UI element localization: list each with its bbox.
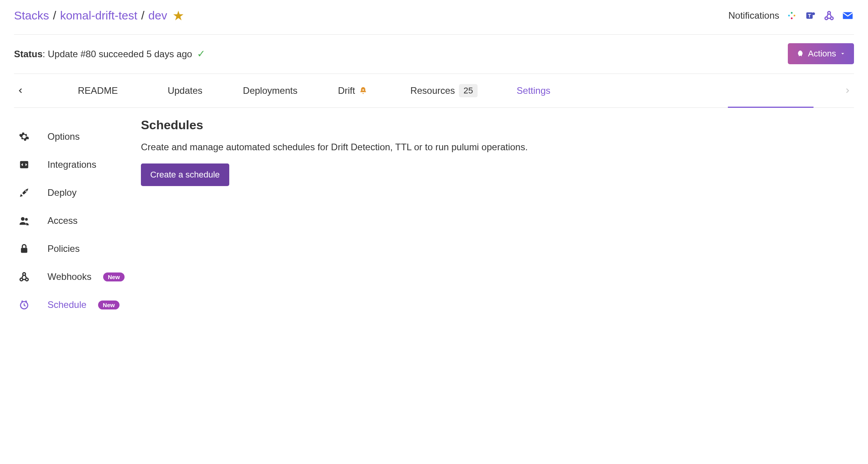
sidebar-item-deploy[interactable]: Deploy [14, 179, 141, 207]
tab-updates[interactable]: Updates [168, 75, 202, 106]
tabs-wrap: README Updates Deployments Drift Resourc… [27, 74, 841, 107]
header-row: Stacks / komal-drift-test / dev ★ Notifi… [14, 8, 854, 35]
sidebar-deploy-label: Deploy [47, 187, 77, 198]
breadcrumb-project[interactable]: komal-drift-test [60, 9, 137, 22]
star-icon[interactable]: ★ [172, 8, 184, 23]
clock-icon [19, 299, 30, 310]
status-message: : Update #80 succeeded 5 days ago [42, 49, 192, 59]
tab-resources-label: Resources [410, 85, 455, 96]
status-success-icon: ✓ [197, 48, 206, 60]
svg-rect-15 [21, 248, 27, 253]
status-row: Status: Update #80 succeeded 5 days ago … [14, 35, 854, 74]
svg-point-14 [25, 218, 28, 221]
notifications-label: Notifications [728, 10, 779, 21]
webhook-icon [19, 271, 30, 282]
sidebar-item-options[interactable]: Options [14, 123, 141, 151]
svg-rect-3 [791, 18, 793, 19]
sidebar-policies-label: Policies [47, 243, 80, 254]
sidebar-options-label: Options [47, 131, 80, 142]
tab-scroll-left-icon[interactable] [14, 87, 27, 94]
rocket-icon [796, 50, 804, 58]
sidebar-item-policies[interactable]: Policies [14, 235, 141, 263]
svg-rect-1 [791, 12, 793, 14]
tab-settings[interactable]: Settings [517, 75, 550, 106]
svg-point-11 [362, 89, 364, 91]
resources-count-badge: 25 [459, 84, 478, 97]
people-icon [19, 215, 30, 226]
tab-scroll-right-icon[interactable] [841, 87, 854, 94]
breadcrumb-stack[interactable]: dev [148, 9, 167, 22]
slack-icon[interactable] [785, 9, 798, 22]
webhook-icon[interactable] [823, 9, 835, 22]
sidebar-schedule-label: Schedule [47, 299, 86, 310]
svg-rect-0 [788, 15, 790, 17]
status-text: Status: Update #80 succeeded 5 days ago … [14, 48, 206, 60]
svg-point-17 [20, 278, 23, 281]
actions-label: Actions [808, 49, 836, 59]
content-row: Options Integrations Deploy Access Polic… [14, 108, 854, 319]
actions-button[interactable]: Actions [788, 43, 854, 64]
code-icon [19, 159, 30, 170]
settings-sidebar: Options Integrations Deploy Access Polic… [14, 118, 141, 319]
tabs-row: README Updates Deployments Drift Resourc… [14, 74, 854, 108]
notifications-row: Notifications T [728, 9, 854, 22]
svg-text:T: T [808, 13, 811, 19]
tab-resources[interactable]: Resources 25 [410, 74, 478, 107]
teams-icon[interactable]: T [804, 9, 817, 22]
svg-point-8 [825, 17, 828, 20]
tab-deployments[interactable]: Deployments [243, 75, 297, 106]
tab-drift-label: Drift [338, 85, 355, 96]
sidebar-item-schedule[interactable]: Schedule New [14, 291, 141, 319]
sidebar-item-webhooks[interactable]: Webhooks New [14, 263, 141, 291]
create-schedule-button[interactable]: Create a schedule [141, 163, 229, 186]
chevron-down-icon [840, 51, 845, 56]
sidebar-access-label: Access [47, 215, 77, 226]
svg-point-13 [21, 217, 25, 221]
sidebar-integrations-label: Integrations [47, 159, 96, 170]
breadcrumb-sep-1: / [53, 9, 56, 22]
main-content: Schedules Create and manage automated sc… [141, 118, 854, 319]
svg-rect-2 [794, 15, 796, 17]
page-description: Create and manage automated schedules fo… [141, 142, 854, 153]
sidebar-webhooks-label: Webhooks [47, 271, 91, 282]
status-label: Status [14, 49, 42, 59]
svg-point-18 [26, 278, 28, 281]
svg-point-9 [831, 17, 833, 20]
breadcrumb: Stacks / komal-drift-test / dev ★ [14, 8, 184, 23]
lock-icon [19, 243, 30, 254]
sidebar-item-integrations[interactable]: Integrations [14, 151, 141, 179]
page-title: Schedules [141, 118, 854, 132]
svg-point-6 [812, 12, 815, 15]
breadcrumb-sep-2: / [141, 9, 144, 22]
new-badge: New [98, 301, 119, 309]
new-badge: New [103, 272, 125, 281]
rocket-icon [19, 187, 30, 198]
tab-readme[interactable]: README [78, 75, 118, 106]
tab-drift[interactable]: Drift [338, 75, 367, 106]
sidebar-item-access[interactable]: Access [14, 207, 141, 235]
gear-icon [19, 131, 30, 142]
email-icon[interactable] [842, 9, 854, 22]
breadcrumb-stacks[interactable]: Stacks [14, 9, 49, 22]
drift-alert-icon [359, 86, 367, 95]
